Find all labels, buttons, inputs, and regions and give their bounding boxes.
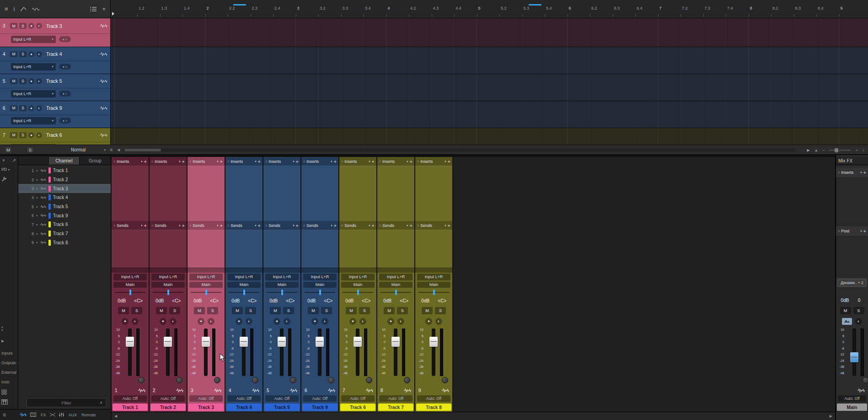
solo-button[interactable]: S	[19, 105, 27, 111]
solo-button[interactable]: S	[19, 51, 27, 57]
mute-button[interactable]: M	[346, 307, 357, 314]
track-list-icon[interactable]	[90, 6, 96, 12]
output-select[interactable]: Main	[151, 282, 185, 288]
monitor-button[interactable]: ◐	[359, 318, 366, 325]
channel-knob[interactable]	[328, 377, 334, 383]
pan-slider[interactable]	[301, 288, 338, 296]
chevron-down-icon[interactable]: ▾	[217, 160, 218, 163]
info-icon[interactable]: i	[14, 6, 15, 12]
pan-value[interactable]: <C>	[434, 298, 451, 303]
add-insert-button[interactable]: +	[220, 159, 223, 164]
inserts-slot-area[interactable]	[339, 166, 376, 221]
channel-knob[interactable]	[404, 377, 410, 383]
sends-slot-area[interactable]	[263, 230, 300, 268]
input-select[interactable]: Input L+R ▾	[11, 117, 56, 124]
mute-button[interactable]: M	[10, 78, 17, 84]
mute-button[interactable]: M	[384, 307, 395, 314]
global-mute-button[interactable]: M	[5, 146, 12, 153]
gain-value[interactable]: 0dB	[151, 298, 168, 303]
monitor-button[interactable]: ◐	[284, 318, 290, 325]
fader-handle[interactable]	[278, 337, 286, 347]
add-button[interactable]: +	[863, 228, 866, 234]
sine-tool-icon[interactable]	[32, 7, 39, 11]
power-icon[interactable]: ○	[265, 160, 267, 163]
pan-value[interactable]: 0	[852, 298, 866, 303]
record-arm-button[interactable]: ●	[349, 318, 356, 325]
fader-slot[interactable]	[394, 328, 397, 376]
track-header[interactable]: 7 M S ● ◐ Track 6 Input L+R ▾	[0, 128, 110, 145]
record-arm-button[interactable]: ●	[122, 318, 129, 325]
output-select[interactable]: Main	[113, 282, 147, 288]
audio-channels-icon[interactable]	[20, 413, 27, 417]
channel-list-item[interactable]: 1 ● Track 1	[18, 166, 111, 175]
fader-handle[interactable]	[850, 352, 858, 362]
pan-slider[interactable]	[263, 288, 300, 296]
power-icon[interactable]: ○	[189, 224, 191, 227]
gain-value[interactable]: 0dB	[265, 298, 282, 303]
rail-external-label[interactable]: External	[0, 370, 18, 375]
input-select[interactable]: Input L+R	[265, 274, 299, 280]
add-send-button[interactable]: +	[220, 223, 223, 228]
output-select[interactable]: Main	[227, 282, 261, 288]
record-arm-button[interactable]: ●	[28, 23, 34, 29]
record-arm-button[interactable]: ●	[198, 318, 204, 325]
input-select[interactable]: Input L+R	[379, 274, 413, 280]
power-icon[interactable]: ○	[265, 224, 267, 227]
chevron-down-icon[interactable]: ▾	[255, 160, 256, 163]
power-icon[interactable]: ○	[417, 224, 419, 227]
pan-handle[interactable]	[243, 290, 245, 295]
fader-handle[interactable]	[240, 337, 248, 347]
channel-list-item[interactable]: 3 ● Track 3	[18, 184, 111, 193]
sends-slot-area[interactable]	[339, 230, 376, 268]
mixfx-device-chip[interactable]: Динами.. + 2	[837, 279, 867, 287]
inserts-slot-area[interactable]	[112, 166, 149, 221]
gain-value[interactable]: 0dB	[113, 298, 130, 303]
pan-slider[interactable]	[112, 288, 149, 296]
zoom-out-icon[interactable]: −	[823, 148, 825, 152]
record-arm-button[interactable]: ●	[236, 318, 242, 325]
visibility-dot-icon[interactable]: ●	[36, 196, 38, 199]
monitor-button[interactable]: ◐	[208, 318, 214, 325]
zoom-slider-thumb[interactable]	[835, 148, 838, 152]
visibility-dot-icon[interactable]: ●	[36, 178, 38, 181]
automation-mode[interactable]: Auto: Off	[379, 395, 413, 402]
chevron-down-icon[interactable]: ▾	[407, 224, 408, 227]
solo-button[interactable]: S	[359, 307, 370, 314]
chevron-down-icon[interactable]: ▾	[217, 224, 218, 227]
inserts-slot-area[interactable]	[150, 166, 187, 221]
gain-value[interactable]: 0dB	[838, 298, 852, 303]
track-lane[interactable]	[111, 101, 868, 128]
track-lane[interactable]	[111, 74, 868, 101]
chevron-down-icon[interactable]: ▾	[860, 229, 862, 233]
fader-slot[interactable]	[204, 328, 208, 376]
monitor-button[interactable]: ◐	[435, 318, 442, 325]
power-icon[interactable]: ○	[838, 229, 840, 232]
pan-value[interactable]: <C>	[358, 298, 375, 303]
chevron-down-icon[interactable]: ▾	[445, 224, 446, 227]
sends-slot-area[interactable]	[301, 230, 338, 268]
sends-slot-area[interactable]	[377, 230, 414, 268]
chevron-down-icon[interactable]: ▾	[331, 160, 332, 163]
track-lane[interactable]	[111, 47, 868, 74]
channel-knob[interactable]	[138, 377, 145, 383]
mute-button[interactable]: M	[840, 307, 851, 314]
post-slot-area[interactable]	[836, 235, 868, 277]
channel-name-label[interactable]: Track 3	[188, 404, 224, 411]
add-send-button[interactable]: +	[448, 223, 450, 228]
mixer-scrollbar[interactable]: ◀ ▶	[112, 412, 835, 420]
add-insert-button[interactable]: +	[448, 159, 450, 164]
power-icon[interactable]: ○	[151, 224, 153, 227]
gain-value[interactable]: 0dB	[341, 298, 358, 303]
automation-mode[interactable]: Auto: Off	[303, 395, 337, 402]
input-select[interactable]: Input L+R	[417, 274, 450, 280]
automation-mode[interactable]: Auto: Off	[227, 395, 261, 402]
pan-value[interactable]: <C>	[320, 298, 337, 303]
chevron-down-icon[interactable]: ▾	[179, 224, 180, 227]
monitor-button[interactable]: ◐	[132, 318, 139, 325]
grid-view-icon[interactable]	[0, 389, 18, 395]
fader-handle[interactable]	[429, 337, 438, 347]
solo-button[interactable]: S	[207, 307, 218, 314]
solo-button[interactable]: S	[19, 132, 27, 138]
inserts-slot-area[interactable]	[836, 177, 868, 226]
inserts-slot-area[interactable]	[225, 166, 263, 221]
